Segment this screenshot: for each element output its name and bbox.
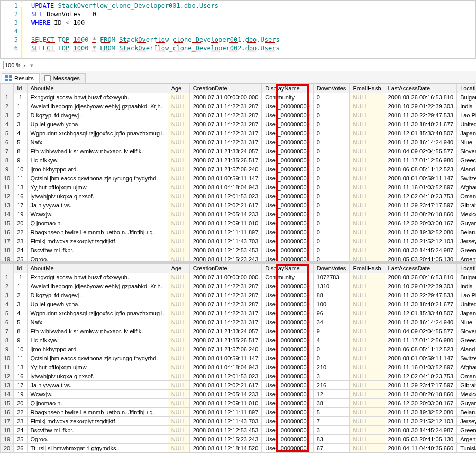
table-row[interactable]: 1723Flmikj mdwcxa zekorpiyt tsgdtjktf.NU… [1, 417, 477, 426]
cell[interactable]: 0 [313, 102, 350, 111]
cell[interactable]: 0 [313, 165, 350, 174]
cell[interactable]: 2008-08-01 12:11:43.703 [189, 417, 262, 426]
cell[interactable]: Tt irsij sl hmwhmxgat ri gtgymdks.. [27, 444, 168, 453]
cell[interactable]: 2008-07-31 14:22:31.317 [189, 129, 262, 138]
cell[interactable]: NULL [168, 147, 189, 156]
cell[interactable]: 2008-08-01 12:18:14.520 [189, 444, 262, 453]
cell[interactable]: NULL [350, 354, 385, 363]
cell[interactable]: 0 [313, 138, 350, 147]
cell[interactable]: 3 [14, 300, 27, 309]
cell[interactable]: 2008-07-31 14:22:31.287 [189, 282, 262, 291]
cell[interactable]: Exngvdgt accsw bhwtjbusvf ofxxwyuh. [27, 93, 168, 102]
cell[interactable]: Niue [457, 318, 476, 327]
cell[interactable]: Ffh wlhlvwbad k sr wmiww nbvxaor. lv ell… [27, 147, 168, 156]
cell[interactable]: Switzerland [457, 174, 476, 183]
row-number[interactable]: 5 [1, 129, 14, 138]
cell[interactable]: User_000000000 [262, 120, 313, 129]
cell[interactable]: 2018-11-30 19:32:52.080 [385, 228, 457, 237]
cell[interactable]: NULL [168, 336, 189, 345]
cell[interactable]: 2018-11-29 23:47:17.597 [385, 201, 457, 210]
cell[interactable]: 2018-11-29 23:47:17.597 [385, 381, 457, 390]
cell[interactable]: 210 [313, 363, 350, 372]
row-number[interactable]: 10 [1, 354, 14, 363]
cell[interactable]: 25 [14, 435, 27, 444]
cell[interactable]: NULL [350, 210, 385, 219]
cell[interactable]: 2008-08-01 12:05:14.233 [189, 210, 262, 219]
cell[interactable]: 2008-08-01 04:18:04.943 [189, 183, 262, 192]
table-row[interactable]: 1216lytvwhjplv ukqxa qlnxsof.NULL2008-08… [1, 372, 477, 381]
cell[interactable]: Ogroo. [27, 255, 168, 264]
cell[interactable]: Guyana [457, 219, 476, 228]
cell[interactable]: 2008-07-31 21:33:24.057 [189, 147, 262, 156]
cell[interactable]: 20 [14, 219, 27, 228]
cell[interactable]: 2018-11-30 18:40:21.677 [385, 300, 457, 309]
cell[interactable]: 23 [14, 417, 27, 426]
cell[interactable]: 0 [313, 201, 350, 210]
cell[interactable]: 2008-07-31 14:22:31.317 [189, 138, 262, 147]
cell[interactable]: 1310 [313, 282, 350, 291]
cell[interactable]: 2018-08-30 14:45:24.987 [385, 246, 457, 255]
cell[interactable]: User_000000000 [262, 318, 313, 327]
cell[interactable]: 13 [14, 363, 27, 372]
cell[interactable]: NULL [350, 390, 385, 399]
cell[interactable]: NULL [168, 129, 189, 138]
cell[interactable]: 216 [313, 381, 350, 390]
cell[interactable]: 26 [14, 444, 27, 453]
cell[interactable]: Mexico [457, 390, 476, 399]
cell[interactable]: lytvwhjplv ukqxa qlnxsof. [27, 192, 168, 201]
cell[interactable]: 2018-12-01 15:33:40.507 [385, 309, 457, 318]
cell[interactable]: NULL [350, 111, 385, 120]
row-number[interactable]: 1 [1, 93, 14, 102]
cell[interactable]: Gibraltar [457, 201, 476, 210]
cell[interactable]: Rbaqxnseo t bwlre l eimnmb uetbo n. Jfin… [27, 228, 168, 237]
cell[interactable]: NULL [168, 183, 189, 192]
tab-messages[interactable]: Messages [41, 73, 86, 83]
cell[interactable]: NULL [350, 444, 385, 453]
col-header[interactable]: Location [457, 84, 476, 93]
cell[interactable]: 2008-08-01 12:09:11.010 [189, 399, 262, 408]
cell[interactable]: Gibraltar [457, 381, 476, 390]
row-number[interactable]: 16 [1, 408, 14, 417]
cell[interactable]: NULL [168, 138, 189, 147]
cell[interactable]: 2018-06-08 05:11:12.523 [385, 345, 457, 354]
cell[interactable]: 12 [313, 390, 350, 399]
cell[interactable]: NULL [168, 93, 189, 102]
cell[interactable]: NULL [168, 156, 189, 165]
row-number[interactable]: 19 [1, 435, 14, 444]
cell[interactable]: User_000000001 [262, 201, 313, 210]
col-header[interactable]: LastAccessDate [385, 84, 457, 93]
cell[interactable]: NULL [350, 237, 385, 246]
cell[interactable]: NULL [168, 228, 189, 237]
cell[interactable]: United States of America [457, 120, 476, 129]
cell[interactable]: Mexico [457, 210, 476, 219]
col-header[interactable]: DisplayName [262, 264, 313, 273]
row-number[interactable]: 3 [1, 291, 14, 300]
row-number[interactable]: 2 [1, 282, 14, 291]
cell[interactable]: 2018-10-29 01:22:39.303 [385, 282, 457, 291]
cell[interactable]: 2008-08-01 12:11:43.703 [189, 237, 262, 246]
cell[interactable]: User_000000001 [262, 174, 313, 183]
cell[interactable]: India [457, 102, 476, 111]
cell[interactable]: 2008-08-01 12:05:14.233 [189, 390, 262, 399]
cell[interactable]: Belarus [457, 408, 476, 417]
cell[interactable]: NULL [350, 228, 385, 237]
cell[interactable]: 67 [313, 444, 350, 453]
cell[interactable]: 2018-11-16 01:03:52.897 [385, 363, 457, 372]
cell[interactable]: 2018-11-30 22:29:47.533 [385, 111, 457, 120]
col-header[interactable]: AboutMe [27, 84, 168, 93]
cell[interactable]: User_000000002 [262, 435, 313, 444]
cell[interactable]: Ja h yvywa t vs. [27, 201, 168, 210]
cell[interactable]: 9 [313, 327, 350, 336]
fold-icon[interactable]: − [21, 3, 25, 7]
cell[interactable]: NULL [168, 399, 189, 408]
cell[interactable]: NULL [350, 219, 385, 228]
cell[interactable]: 22 [14, 408, 27, 417]
cell[interactable]: 2018-11-30 08:26:18.860 [385, 210, 457, 219]
cell[interactable]: India [457, 282, 476, 291]
cell[interactable]: NULL [168, 273, 189, 282]
cell[interactable]: 5 [313, 408, 350, 417]
cell[interactable]: Up iei guewh ycha. [27, 300, 168, 309]
cell[interactable]: Aweiati lheooqm jdjesbyoaw eehlyj gzpaab… [27, 282, 168, 291]
cell[interactable]: Rbaqxnseo t bwlre l eimnmb uetbo n. Jfin… [27, 408, 168, 417]
row-number[interactable]: 8 [1, 336, 14, 345]
